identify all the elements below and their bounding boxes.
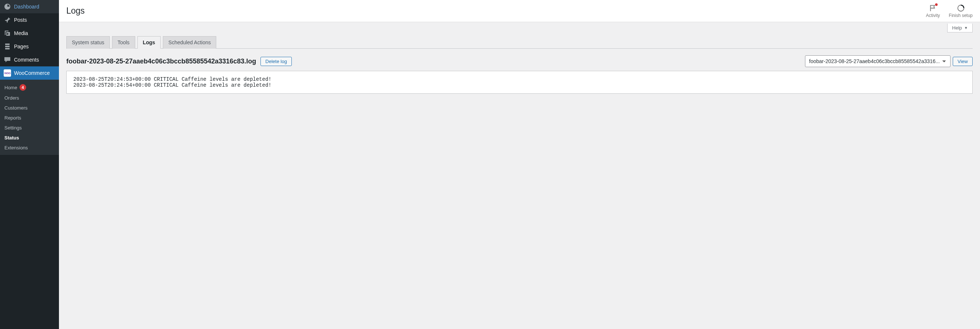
chevron-down-icon: ▼ [964, 26, 968, 30]
sidebar-item-dashboard[interactable]: Dashboard [0, 0, 59, 13]
media-icon [4, 29, 11, 37]
submenu-item-label: Customers [5, 105, 28, 111]
log-header-row: foobar-2023-08-25-27aaeb4c06c3bccb855855… [66, 55, 973, 67]
log-filename: foobar-2023-08-25-27aaeb4c06c3bccb855855… [66, 57, 256, 65]
sidebar-item-media[interactable]: Media [0, 27, 59, 40]
tab-scheduled-actions[interactable]: Scheduled Actions [163, 36, 216, 49]
notification-badge: 4 [19, 84, 26, 91]
sidebar-item-label: Comments [14, 57, 39, 63]
page-title: Logs [66, 6, 85, 16]
sidebar-item-label: Dashboard [14, 4, 40, 10]
log-content: 2023-08-25T20:24:53+00:00 CRITICAL Caffe… [66, 71, 973, 94]
sidebar-item-pages[interactable]: Pages [0, 40, 59, 53]
log-file-select[interactable]: foobar-2023-08-25-27aaeb4c06c3bccb855855… [805, 55, 951, 67]
admin-sidebar: Dashboard Posts Media Pages Comments woo… [0, 0, 59, 329]
flag-icon [929, 4, 937, 12]
submenu-item-settings[interactable]: Settings [0, 123, 59, 133]
page-icon [4, 43, 11, 50]
delete-log-button[interactable]: Delete log [261, 57, 292, 66]
finish-setup-button[interactable]: Finish setup [949, 4, 973, 18]
comment-icon [4, 56, 11, 64]
submenu-item-label: Orders [5, 95, 19, 101]
tab-tools[interactable]: Tools [112, 36, 135, 49]
finish-setup-label: Finish setup [949, 13, 973, 18]
status-tabs: System status Tools Logs Scheduled Actio… [66, 36, 973, 49]
view-log-button[interactable]: View [953, 57, 973, 66]
activity-button[interactable]: Activity [926, 4, 940, 18]
submenu-item-label: Settings [5, 125, 22, 131]
submenu-item-reports[interactable]: Reports [0, 113, 59, 123]
submenu-item-orders[interactable]: Orders [0, 93, 59, 103]
sidebar-item-woocommerce[interactable]: woo WooCommerce [0, 66, 59, 80]
main-content: Logs Activity Finish setup Help ▼ [59, 0, 980, 329]
submenu-item-label: Reports [5, 115, 21, 121]
submenu-item-home[interactable]: Home 4 [0, 82, 59, 93]
log-picker-group: foobar-2023-08-25-27aaeb4c06c3bccb855855… [805, 55, 973, 67]
sidebar-submenu: Home 4 Orders Customers Reports Settings… [0, 80, 59, 155]
log-title-group: foobar-2023-08-25-27aaeb4c06c3bccb855855… [66, 57, 292, 66]
help-toggle[interactable]: Help ▼ [947, 24, 973, 32]
sidebar-item-comments[interactable]: Comments [0, 53, 59, 66]
content-wrap: System status Tools Logs Scheduled Actio… [59, 32, 980, 101]
sidebar-item-label: Posts [14, 17, 27, 23]
submenu-item-label: Status [5, 135, 19, 141]
sidebar-item-label: Media [14, 30, 28, 36]
woo-icon: woo [4, 69, 11, 77]
tab-logs[interactable]: Logs [137, 36, 161, 49]
topbar-actions: Activity Finish setup [926, 4, 973, 18]
help-label: Help [952, 25, 962, 30]
pin-icon [4, 16, 11, 24]
tab-system-status[interactable]: System status [66, 36, 110, 49]
submenu-item-status[interactable]: Status [0, 133, 59, 143]
dashboard-icon [4, 3, 11, 10]
topbar: Logs Activity Finish setup [59, 0, 980, 22]
sidebar-item-label: Pages [14, 43, 29, 50]
submenu-item-label: Home [5, 85, 18, 90]
progress-circle-icon [957, 4, 965, 12]
submenu-item-customers[interactable]: Customers [0, 103, 59, 113]
activity-label: Activity [926, 13, 940, 18]
screen-options-row: Help ▼ [59, 22, 980, 32]
sidebar-item-label: WooCommerce [14, 70, 50, 76]
sidebar-item-posts[interactable]: Posts [0, 13, 59, 27]
submenu-item-extensions[interactable]: Extensions [0, 143, 59, 153]
submenu-item-label: Extensions [5, 145, 28, 150]
notification-dot-icon [935, 3, 938, 6]
